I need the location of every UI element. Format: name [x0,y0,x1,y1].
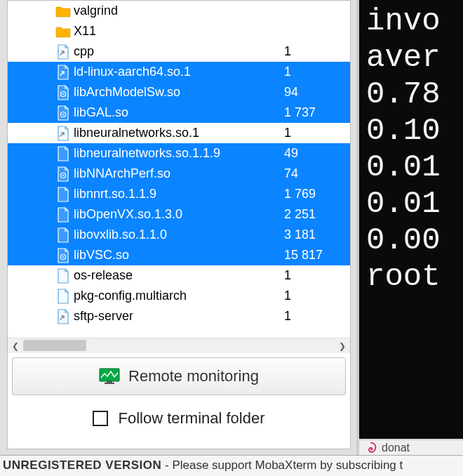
file-row[interactable]: libnnrt.so.1.1.91 769 [8,184,350,204]
file-size: 15 817 [281,248,337,263]
file-size: 1 [281,309,337,324]
file-icon [55,289,71,304]
file-size: 49 [281,146,337,161]
file-row[interactable]: cpp1 [8,41,350,62]
debian-swirl-icon [365,442,377,454]
file-icon [55,207,71,223]
file-row[interactable]: os-release1 [8,265,350,286]
gear-file-icon [55,85,71,100]
file-row[interactable]: libneuralnetworks.so.1.1.949 [8,143,350,164]
footer-message: - Please support MobaXterm by subscribin… [161,458,403,472]
file-name: valgrind [74,4,279,18]
gear-file-icon [55,248,71,263]
svg-point-1 [62,93,64,95]
file-name: libovxlib.so.1.1.0 [74,227,279,242]
scroll-thumb[interactable] [23,340,86,351]
file-icon [55,187,71,202]
gear-file-icon [55,166,71,182]
file-name: libVSC.so [74,248,279,263]
follow-terminal-label: Follow terminal folder [118,409,264,428]
folder-icon [55,24,71,39]
file-row[interactable]: libneuralnetworks.so.11 [8,123,350,143]
file-row[interactable]: X11 [8,21,350,41]
shortcut-file-icon [55,65,71,80]
file-name: libArchModelSw.so [74,85,279,100]
file-name: pkg-config.multiarch [74,289,279,303]
file-name: libnnrt.so.1.1.9 [74,187,279,201]
svg-point-5 [62,175,64,176]
file-row[interactable]: valgrind [8,1,350,21]
scroll-left-arrow[interactable]: ❮ [8,339,23,353]
scroll-track[interactable] [23,338,335,353]
shortcut-file-icon [55,126,71,141]
file-row[interactable]: libNNArchPerf.so74 [8,164,350,184]
file-list[interactable]: valgrindX11cpp1ld-linux-aarch64.so.11lib… [8,1,350,338]
remote-monitoring-label: Remote monitoring [128,367,259,385]
svg-point-3 [62,114,64,115]
folder-icon [55,4,71,19]
file-size: 1 [281,268,337,283]
file-size: 94 [281,85,337,100]
file-size: 2 251 [281,207,337,222]
file-row[interactable]: libGAL.so1 737 [8,103,350,123]
svg-point-7 [62,256,64,258]
file-icon [55,268,71,284]
file-row[interactable]: pkg-config.multiarch1 [8,286,350,306]
gear-file-icon [55,105,71,121]
file-row[interactable]: libArchModelSw.so94 [8,82,350,103]
donate-label: donat [382,442,410,454]
donate-bar[interactable]: donat [356,439,463,455]
file-size: 1 [281,65,337,79]
file-row[interactable]: libovxlib.so.1.1.03 181 [8,225,350,245]
file-name: os-release [74,268,279,283]
file-size: 1 737 [281,105,337,120]
sftp-panel: valgrindX11cpp1ld-linux-aarch64.so.11lib… [7,0,351,449]
file-icon [55,227,71,243]
file-size: 3 181 [281,227,337,242]
file-name: libGAL.so [74,105,279,120]
file-size: 74 [281,166,337,181]
scroll-right-arrow[interactable]: ❯ [335,339,350,353]
follow-terminal-row[interactable]: Follow terminal folder [8,409,350,428]
file-name: libneuralnetworks.so.1 [74,126,279,140]
monitor-icon [99,368,120,385]
file-row[interactable]: ld-linux-aarch64.so.11 [8,62,350,82]
file-row[interactable]: libVSC.so15 817 [8,245,350,265]
terminal-output[interactable]: invo aver 0.78 0.10 0.01 0.01 0.00 root [356,0,463,439]
file-name: X11 [74,24,279,39]
follow-terminal-checkbox[interactable] [93,411,108,426]
file-size: 1 [281,289,337,303]
file-size: 1 [281,44,337,59]
file-name: ld-linux-aarch64.so.1 [74,65,279,79]
svg-rect-10 [105,383,114,384]
file-name: libNNArchPerf.so [74,166,279,181]
shortcut-file-icon [55,309,71,324]
file-row[interactable]: sftp-server1 [8,306,350,326]
file-row[interactable]: libOpenVX.so.1.3.02 251 [8,204,350,225]
file-name: sftp-server [74,309,279,324]
horizontal-scrollbar[interactable]: ❮ ❯ [8,338,350,353]
footer-unregistered: UNREGISTERED VERSION [3,458,161,472]
file-name: cpp [74,44,279,59]
file-icon [55,146,71,161]
footer-bar: UNREGISTERED VERSION - Please support Mo… [0,455,463,476]
shortcut-file-icon [55,44,71,60]
svg-rect-9 [107,381,112,383]
file-size: 1 769 [281,187,337,201]
file-name: libOpenVX.so.1.3.0 [74,207,279,222]
remote-monitoring-button[interactable]: Remote monitoring [12,357,346,395]
file-size: 1 [281,126,337,140]
file-name: libneuralnetworks.so.1.1.9 [74,146,279,161]
